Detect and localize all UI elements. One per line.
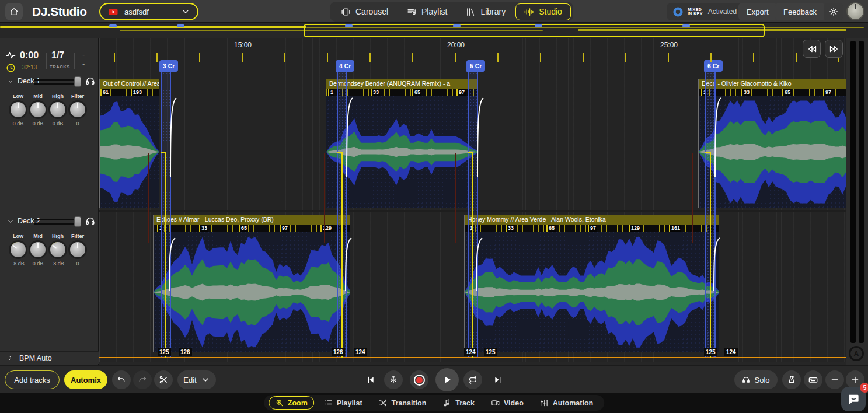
track-region[interactable]: Out of Control // Area V61193 [99, 79, 159, 208]
beat-number: 97 [456, 89, 466, 96]
knob-value: -8 dB [48, 261, 68, 267]
beat-number: 193 [131, 89, 143, 96]
bottom-tab-playlist[interactable]: Playlist [318, 396, 369, 410]
tab-library[interactable]: Library [457, 4, 514, 20]
home-button[interactable] [5, 3, 23, 20]
solo-button[interactable]: Solo [734, 370, 778, 389]
metronome-icon [787, 375, 796, 384]
zoom-out-button[interactable] [825, 370, 844, 389]
overview-cue-marker[interactable] [177, 24, 184, 27]
headphones-icon[interactable] [85, 216, 95, 226]
overview-cue-marker[interactable] [109, 24, 117, 27]
record-button[interactable] [410, 370, 428, 389]
fade-automation-line [692, 153, 693, 243]
beat-ruler: 1336597129161 [465, 225, 719, 232]
mix-overview-strip[interactable] [0, 23, 868, 38]
overview-viewport[interactable] [304, 24, 765, 37]
metronome-button[interactable] [782, 370, 801, 389]
knob-high[interactable] [50, 242, 65, 257]
fast-forward-button[interactable] [825, 40, 843, 58]
knob-value: -8 dB [8, 261, 28, 267]
avatar[interactable] [846, 2, 864, 20]
bpm-label: 124 [724, 348, 738, 356]
knob-value: 0 [68, 121, 88, 127]
knob-high[interactable] [50, 102, 65, 117]
track-title: Honey Mommy // Area Verde - Alan Wools, … [465, 215, 719, 225]
deck-header[interactable]: Deck 1 [0, 76, 99, 88]
beat-number: 97 [588, 225, 597, 232]
track-region[interactable]: Honey Mommy // Area Verde - Alan Wools, … [464, 215, 719, 352]
slider-handle[interactable] [74, 216, 81, 227]
skip-to-end-button[interactable] [490, 370, 506, 389]
bpm-label: 124 [464, 348, 477, 356]
edit-menu-button[interactable]: Edit [177, 370, 216, 389]
deck-volume-slider[interactable] [34, 79, 79, 85]
tab-label: Zoom [288, 399, 308, 407]
loop-icon [468, 375, 477, 384]
knob-low[interactable] [11, 242, 26, 257]
plus-icon [850, 375, 860, 384]
ruler-tick [199, 52, 200, 62]
feedback-button[interactable]: Feedback [775, 3, 825, 20]
volume-fade-curve [163, 97, 179, 178]
knob-low[interactable] [11, 102, 26, 117]
bottom-tab-track[interactable]: Track [436, 396, 481, 410]
tab-label: Studio [539, 7, 562, 16]
overview-cue-marker[interactable] [345, 24, 353, 27]
slider-handle[interactable] [74, 76, 81, 87]
undo-button[interactable] [112, 370, 131, 389]
export-button[interactable]: Export [738, 3, 777, 20]
deck-header[interactable]: Deck 2 [0, 216, 99, 228]
time-ruler[interactable]: 15:0020:0025:00 [99, 38, 846, 63]
track-region[interactable]: Echoes // Almar - Luccas Deo, Proxxy (BR… [153, 215, 350, 352]
tab-label: Transition [392, 399, 427, 407]
knob-filter[interactable] [70, 242, 85, 257]
knob-filter[interactable] [70, 102, 85, 117]
play-button[interactable] [435, 368, 459, 391]
bpm-label: 126 [179, 348, 192, 356]
zoom-icon [275, 398, 284, 407]
loop-button[interactable] [463, 370, 482, 389]
main-nav: CarouselPlaylistLibraryStudio [330, 2, 573, 22]
overview-cue-marker[interactable] [535, 24, 542, 27]
ruler-tick [796, 52, 797, 62]
project-selector[interactable]: asdfsdf [99, 3, 198, 20]
mixedinkey-badge[interactable]: MIXEDIN KEY Activated [667, 3, 742, 20]
tab-playlist[interactable]: Playlist [398, 4, 456, 20]
overview-cue-marker[interactable] [453, 24, 461, 27]
ruler-time-label: 15:00 [230, 41, 256, 49]
timeline[interactable]: 15:0020:0025:00 Out of Control // Area V… [99, 38, 846, 362]
bottom-tab-transition[interactable]: Transition [372, 396, 433, 410]
knob-mid-group: Mid0 dB [28, 93, 48, 127]
circle-a-icon: A [849, 346, 864, 361]
rewind-button[interactable] [803, 40, 821, 58]
knob-label: Mid [28, 93, 48, 100]
total-time: 32:13 [22, 64, 37, 71]
bottom-tab-automation[interactable]: Automation [534, 396, 599, 410]
bottom-tab-video[interactable]: Video [484, 396, 530, 410]
bpm-label: 126 [332, 348, 345, 356]
automix-button[interactable]: Automix [64, 370, 107, 389]
tab-carousel[interactable]: Carousel [332, 4, 397, 20]
skip-to-start-button[interactable] [363, 370, 378, 389]
knob-value: 0 dB [8, 121, 28, 127]
add-tracks-button[interactable]: Add tracks [5, 370, 60, 389]
headphones-icon[interactable] [85, 76, 95, 86]
skip-end-icon [493, 375, 503, 384]
bottom-tab-zoom[interactable]: Zoom [269, 396, 314, 410]
chevron-down-icon [7, 78, 14, 85]
bpm-auto-toggle[interactable]: BPM Auto [0, 351, 99, 364]
beat-number: 65 [412, 89, 421, 96]
knob-mid[interactable] [30, 242, 46, 257]
keyboard-shortcuts-button[interactable] [804, 370, 822, 389]
level-meters: A [846, 38, 868, 365]
settings-button[interactable] [824, 3, 843, 20]
knob-mid[interactable] [30, 102, 46, 117]
cut-button[interactable] [154, 370, 173, 389]
jump-to-playhead-button[interactable] [384, 370, 403, 389]
tab-studio[interactable]: Studio [515, 4, 571, 20]
knob-high-group: High-8 dB [48, 233, 68, 267]
redo-button[interactable] [133, 370, 152, 389]
overview-cue-marker[interactable] [682, 24, 690, 27]
deck-volume-slider[interactable] [34, 219, 79, 225]
